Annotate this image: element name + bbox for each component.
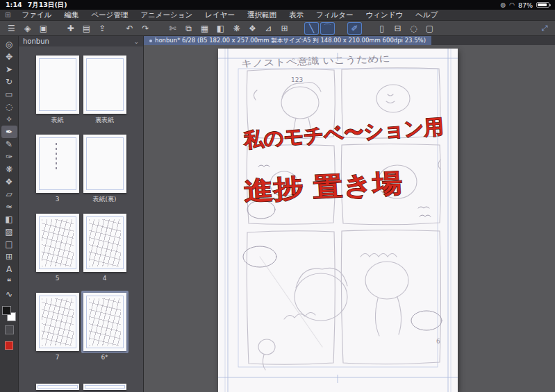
tool-button[interactable]: ❝ <box>1 275 17 288</box>
document-tab-title: honbun* 6/28 (B5 182.00 x 257.00mm 製本サイズ… <box>155 37 426 45</box>
page-label: 7 <box>56 354 60 361</box>
toolbar-icon[interactable]: ⊟ <box>390 22 405 35</box>
page-thumbnail[interactable] <box>34 212 81 274</box>
page-thumb-image <box>83 293 126 351</box>
tool-button[interactable]: ❖ <box>1 176 17 188</box>
rotation-lock-icon: ◍ <box>500 1 506 8</box>
page-label: 裏表紙 <box>95 117 114 124</box>
status-bar: 1:14 7月13日(日) ◍ ◠ 87% <box>0 0 555 10</box>
date: 7月13日(日) <box>28 1 67 10</box>
toolbar-icon[interactable]: ◈ <box>20 22 35 35</box>
page-thumbnail[interactable] <box>81 53 129 116</box>
toolbar-icon[interactable]: ▦ <box>197 22 212 35</box>
command-bar-icon[interactable]: ⊞ <box>0 11 15 19</box>
page-spread: 3 表紙(裏) <box>34 133 129 203</box>
page-thumbnail-list: 表紙 裏表紙 3 表紙(裏) 5 4 <box>19 46 143 392</box>
tool-button[interactable]: ▭ <box>1 88 17 101</box>
page-label: 5 <box>56 275 60 282</box>
tool-button[interactable]: ▱ <box>1 188 17 201</box>
tool-button[interactable]: A <box>1 263 17 275</box>
page-label: 表紙 <box>51 117 64 124</box>
page-label: 4 <box>103 275 107 282</box>
toolbar-icon[interactable]: ✄ <box>165 22 180 35</box>
tool-button[interactable]: □ <box>1 238 17 250</box>
page-thumbnail[interactable] <box>34 53 81 116</box>
page-thumbnail[interactable] <box>81 133 129 195</box>
menu-item[interactable]: ページ管理 <box>85 10 134 20</box>
tool-button[interactable]: ✎ <box>1 138 17 151</box>
toolbar-icon[interactable]: ↶ <box>122 22 137 35</box>
document-tab[interactable]: honbun* 6/28 (B5 182.00 x 257.00mm 製本サイズ… <box>144 36 431 45</box>
toolbar-icon[interactable]: ❋ <box>229 22 244 35</box>
page-thumbnail[interactable] <box>34 291 81 353</box>
page-label: 表紙(裏) <box>92 196 116 203</box>
toolbar-icon[interactable]: ◌ <box>406 22 421 35</box>
unsaved-dot-icon <box>149 40 152 42</box>
tool-button[interactable]: ⊞ <box>1 250 17 263</box>
tool-button[interactable]: ◧ <box>1 213 17 225</box>
toolbar-icon[interactable]: ⧉ <box>181 22 196 35</box>
toolbar-icon[interactable]: ╲ <box>304 22 319 35</box>
menu-item[interactable]: フィルター <box>310 10 359 20</box>
page-panel-title: honbun <box>23 37 49 45</box>
pencil-sketch <box>247 68 440 370</box>
page-thumb-image <box>83 214 126 272</box>
page-thumbnail-selected[interactable] <box>81 291 129 353</box>
toolbar-icon[interactable]: ↷ <box>138 22 153 35</box>
page-panel-header[interactable]: honbun ⌄ <box>19 36 143 46</box>
page-thumbnail[interactable] <box>34 133 81 195</box>
menu-item[interactable]: 編集 <box>58 10 85 20</box>
tool-button[interactable]: ▨ <box>1 225 17 238</box>
collapse-ui-icon[interactable]: ⤢ <box>538 24 551 33</box>
transparent-color-chip[interactable] <box>5 325 14 334</box>
tool-button[interactable]: ≈ <box>1 201 17 213</box>
tool-button[interactable]: ◌ <box>1 101 17 113</box>
tool-button[interactable]: ❋ <box>1 163 17 176</box>
main-sub-color-chips[interactable] <box>2 306 16 321</box>
page-spread: 5 4 <box>34 212 129 282</box>
toolbar-icon[interactable]: ▤ <box>79 22 94 35</box>
tool-button[interactable]: ➤ <box>1 63 17 76</box>
page-spread-partial[interactable] <box>34 382 129 392</box>
toolbar-icon[interactable]: ⊞ <box>277 22 292 35</box>
chevron-down-icon[interactable]: ⌄ <box>133 38 139 45</box>
app-window: 1:14 7月13日(日) ◍ ◠ 87% ⊞ ファイル 編集 ページ管理 アニ… <box>0 0 555 392</box>
menu-item[interactable]: 選択範囲 <box>241 10 283 20</box>
clock: 1:14 <box>6 1 22 10</box>
toolbar-icon[interactable]: ✚ <box>63 22 78 35</box>
tool-button[interactable]: ✥ <box>1 51 17 63</box>
toolbar-icon[interactable]: ❖ <box>245 22 260 35</box>
tool-button[interactable]: ◎ <box>1 38 17 51</box>
menu-item[interactable]: レイヤー <box>199 10 241 20</box>
battery-icon <box>536 2 549 8</box>
wifi-icon: ◠ <box>509 1 515 8</box>
toolbar-icon[interactable]: ☰ <box>4 22 19 35</box>
menu-bar: ⊞ ファイル 編集 ページ管理 アニメーション レイヤー 選択範囲 表示 フィル… <box>0 10 555 21</box>
canvas-page[interactable]: キノストペ意識 いこうために 123 私のモチベ〜ション用 進捗 置き場 6 <box>218 49 458 392</box>
page-spread: 7 6* <box>34 291 129 361</box>
tool-button[interactable]: ✑ <box>1 151 17 163</box>
current-color-chip[interactable] <box>5 341 13 350</box>
toolbar-icon[interactable]: ▣ <box>36 22 51 35</box>
menu-item[interactable]: アニメーション <box>134 10 199 20</box>
menu-item[interactable]: ファイル <box>15 10 58 20</box>
menu-item[interactable]: 表示 <box>283 10 310 20</box>
toolbar-icon[interactable]: ⊿ <box>261 22 276 35</box>
page-thumbnail[interactable] <box>81 212 129 274</box>
toolbar-icon[interactable]: ▯ <box>374 22 389 35</box>
page-thumb-image <box>36 56 79 114</box>
tool-sidebar: ◎ ✥ ➤ ↻ ▭ ◌ ✧ ✒ ✎ ✑ <box>0 36 19 392</box>
tool-button[interactable]: ✧ <box>1 113 17 126</box>
toolbar-icon[interactable]: ⇪ <box>95 22 110 35</box>
tool-button[interactable]: ✒ <box>1 126 17 138</box>
toolbar-icon[interactable]: ▢ <box>422 22 437 35</box>
menu-item[interactable]: ヘルプ <box>409 10 444 20</box>
canvas-area: honbun* 6/28 (B5 182.00 x 257.00mm 製本サイズ… <box>144 36 555 392</box>
tool-button[interactable]: ∿ <box>1 288 17 300</box>
toolbar-icon[interactable]: ⌒ <box>320 22 335 35</box>
toolbar-icon[interactable]: ◧ <box>213 22 228 35</box>
toolbar-icon[interactable]: ✐ <box>347 22 362 35</box>
menu-item[interactable]: ウィンドウ <box>360 10 410 20</box>
tool-button[interactable]: ↻ <box>1 76 17 88</box>
main-color-chip[interactable] <box>2 306 11 315</box>
